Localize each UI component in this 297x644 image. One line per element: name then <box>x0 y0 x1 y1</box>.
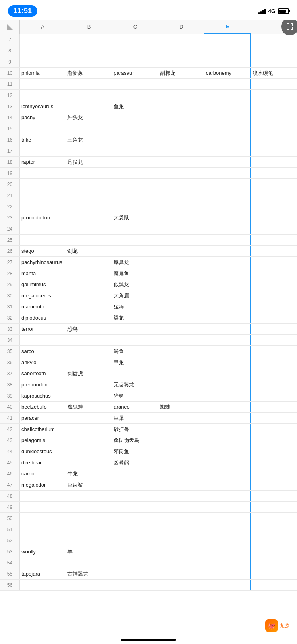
cell-F[interactable] <box>251 157 297 167</box>
cell-E[interactable] <box>204 468 251 479</box>
cell-C[interactable]: 鱼龙 <box>112 101 158 112</box>
cell-F[interactable] <box>251 257 297 268</box>
cell-D[interactable] <box>158 424 204 435</box>
cell-A[interactable] <box>20 190 66 201</box>
cell-F[interactable] <box>251 212 297 223</box>
table-row[interactable]: 48 <box>0 491 297 502</box>
cell-C[interactable] <box>112 157 158 167</box>
cell-E[interactable] <box>204 513 251 524</box>
cell-C[interactable] <box>112 168 158 178</box>
cell-C[interactable] <box>112 235 158 245</box>
cell-E[interactable] <box>204 112 251 123</box>
cell-C[interactable]: 桑氏伪齿鸟 <box>112 435 158 446</box>
cell-F[interactable] <box>251 145 297 156</box>
cell-D[interactable] <box>158 368 204 379</box>
table-row[interactable]: 11 <box>0 79 297 90</box>
cell-C[interactable]: 似鸡龙 <box>112 279 158 290</box>
cell-B[interactable] <box>66 79 112 89</box>
cell-D[interactable] <box>158 123 204 134</box>
cell-D[interactable] <box>158 45 204 56</box>
cell-B[interactable] <box>66 45 112 56</box>
cell-E[interactable] <box>204 168 251 178</box>
cell-C[interactable] <box>112 468 158 479</box>
cell-E[interactable] <box>204 190 251 201</box>
table-row[interactable]: 55tapejara古神翼龙 <box>0 568 297 580</box>
cell-E[interactable] <box>204 290 251 301</box>
table-row[interactable]: 42chalicotherium砂扩兽 <box>0 424 297 435</box>
cell-B[interactable] <box>66 201 112 212</box>
table-row[interactable]: 43pelagornis桑氏伪齿鸟 <box>0 435 297 446</box>
cell-E[interactable] <box>204 34 251 45</box>
cell-E[interactable] <box>204 413 251 423</box>
cell-F[interactable] <box>251 112 297 123</box>
cell-D[interactable]: 蜘蛛 <box>158 402 204 412</box>
cell-D[interactable] <box>158 324 204 334</box>
cell-E[interactable] <box>204 580 251 590</box>
cell-E[interactable] <box>204 346 251 357</box>
cell-A[interactable] <box>20 56 66 67</box>
col-header-E[interactable]: E <box>204 20 251 34</box>
cell-B[interactable] <box>66 557 112 568</box>
cell-E[interactable] <box>204 157 251 167</box>
cell-D[interactable] <box>158 379 204 390</box>
table-row[interactable]: 13lchthyosaurus鱼龙 <box>0 101 297 112</box>
cell-C[interactable] <box>112 179 158 190</box>
cell-D[interactable] <box>158 413 204 423</box>
cell-C[interactable]: 甲龙 <box>112 357 158 368</box>
cell-A[interactable]: dunkleosteus <box>20 446 66 457</box>
cell-C[interactable]: 砂扩兽 <box>112 424 158 435</box>
cell-D[interactable] <box>158 90 204 101</box>
cell-D[interactable] <box>158 268 204 279</box>
table-row[interactable]: 16trike三角龙 <box>0 134 297 145</box>
cell-A[interactable] <box>20 335 66 345</box>
cell-A[interactable] <box>20 79 66 89</box>
table-row[interactable]: 10phiomia渐新象parasaur副栉龙carbonemy淡水碳龟 <box>0 68 297 79</box>
cell-C[interactable] <box>112 134 158 145</box>
cell-A[interactable]: pteranodon <box>20 379 66 390</box>
cell-D[interactable] <box>158 112 204 123</box>
cell-C[interactable] <box>112 201 158 212</box>
cell-A[interactable]: raptor <box>20 157 66 167</box>
cell-D[interactable] <box>158 346 204 357</box>
cell-E[interactable] <box>204 201 251 212</box>
cell-C[interactable] <box>112 368 158 379</box>
table-row[interactable]: 36ankylo甲龙 <box>0 357 297 368</box>
cell-D[interactable] <box>158 546 204 557</box>
cell-F[interactable] <box>251 557 297 568</box>
cell-B[interactable]: 迅猛龙 <box>66 157 112 167</box>
cell-D[interactable]: 副栉龙 <box>158 68 204 78</box>
cell-A[interactable]: dire bear <box>20 457 66 468</box>
cell-A[interactable]: manta <box>20 268 66 279</box>
cell-F[interactable] <box>251 546 297 557</box>
cell-F[interactable] <box>251 324 297 334</box>
cell-D[interactable] <box>158 223 204 234</box>
cell-F[interactable] <box>251 34 297 45</box>
cell-B[interactable] <box>66 535 112 546</box>
cell-B[interactable]: 三角龙 <box>66 134 112 145</box>
cell-D[interactable] <box>158 56 204 67</box>
cell-C[interactable] <box>112 535 158 546</box>
table-row[interactable]: 29gallimimus似鸡龙 <box>0 279 297 290</box>
cell-B[interactable] <box>66 90 112 101</box>
cell-E[interactable] <box>204 502 251 512</box>
table-row[interactable]: 50 <box>0 513 297 524</box>
cell-B[interactable] <box>66 457 112 468</box>
cell-D[interactable] <box>158 312 204 323</box>
cell-F[interactable] <box>251 279 297 290</box>
cell-F[interactable]: 淡水碳龟 <box>251 68 297 78</box>
cell-F[interactable] <box>251 79 297 89</box>
cell-A[interactable] <box>20 45 66 56</box>
cell-C[interactable] <box>112 580 158 590</box>
cell-A[interactable]: pachyrhinosaurus <box>20 257 66 268</box>
cell-E[interactable] <box>204 301 251 312</box>
cell-B[interactable] <box>66 335 112 345</box>
cell-C[interactable]: 大袋鼠 <box>112 212 158 223</box>
cell-B[interactable] <box>66 101 112 112</box>
cell-E[interactable] <box>204 90 251 101</box>
cell-A[interactable] <box>20 223 66 234</box>
cell-D[interactable] <box>158 301 204 312</box>
table-row[interactable]: 47megalodor巨齿鲨 <box>0 479 297 491</box>
cell-F[interactable] <box>251 446 297 457</box>
cell-C[interactable]: 巨犀 <box>112 413 158 423</box>
cell-A[interactable]: sarco <box>20 346 66 357</box>
